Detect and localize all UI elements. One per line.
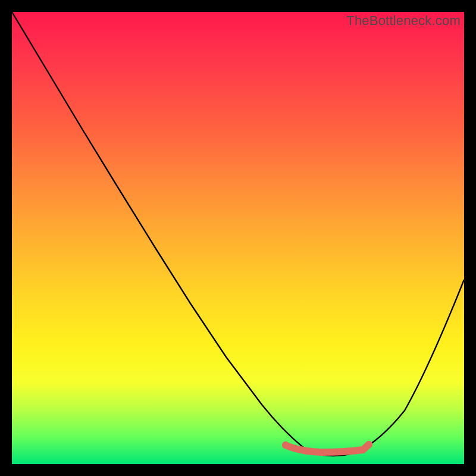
optimal-zone-start-dot bbox=[282, 441, 289, 449]
optimal-zone-end-dot bbox=[365, 441, 372, 448]
optimal-zone-marker bbox=[286, 444, 369, 452]
chart-svg bbox=[12, 12, 464, 464]
bottleneck-curve bbox=[12, 12, 464, 456]
chart-frame: TheBottleneck.com bbox=[12, 12, 464, 464]
watermark-text: TheBottleneck.com bbox=[346, 13, 461, 29]
